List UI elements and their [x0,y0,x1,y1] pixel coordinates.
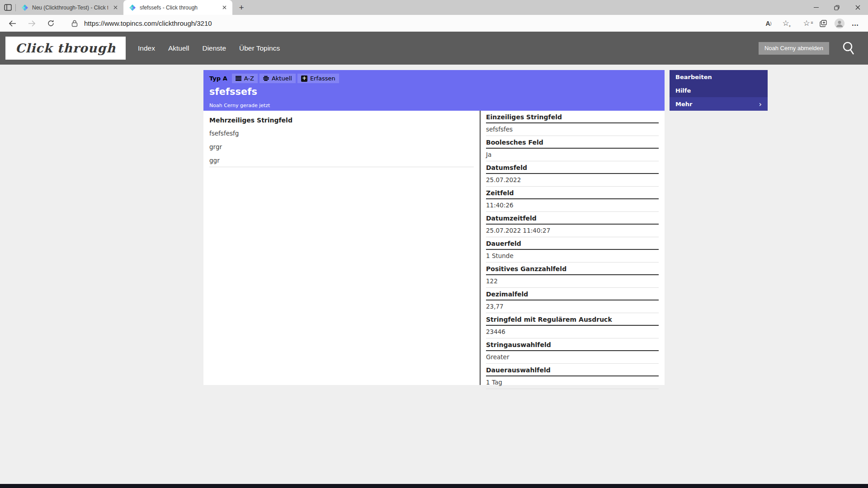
forward-icon [28,20,36,27]
field-row: Datumzeitfeld 25.07.2022 11:40:27 [486,212,659,237]
field-label: Zeitfeld [486,187,659,199]
field-label: Dauerauswahlfeld [486,364,659,376]
nav-link-dienste[interactable]: Dienste [202,44,226,52]
site-search-button[interactable] [840,40,856,56]
menu-item-hilfe[interactable]: Hilfe [670,84,768,97]
topic-header-panel: Typ A A-Z Aktuell + Erfassen sfefssefs N… [203,70,665,111]
field-label: Dauerfeld [486,237,659,250]
list-icon [236,76,241,81]
field-value: 25.07.2022 [486,174,659,187]
topic-type-label: Typ A [209,75,227,82]
nav-link-index[interactable]: Index [138,44,155,52]
add-favorite-button[interactable]: ☆+ [779,18,792,29]
profile-button[interactable] [835,19,844,28]
recent-lines-icon [263,76,269,81]
field-value: 1 Stunde [486,250,659,263]
field-row: Stringauswahlfeld Greater [486,338,659,364]
star-plus-icon: ☆+ [782,19,789,27]
window-restore-button[interactable] [826,0,847,15]
window-bottom-edge [0,484,868,488]
field-label: Einzeiliges Stringfeld [486,111,659,123]
action-menu: Bearbeiten Hilfe Mehr › [670,70,768,111]
lock-icon[interactable] [71,20,78,27]
page-title: sfefssefs [209,86,659,97]
refresh-button[interactable] [44,17,57,30]
aktuell-button[interactable]: Aktuell [259,74,296,83]
field-row: Dauerauswahlfeld 1 Tag [486,364,659,389]
topic-content: Mehrzeiliges Stringfeld fsefsfesfg grgr … [203,111,665,385]
refresh-icon [47,19,55,27]
az-button[interactable]: A-Z [232,74,258,83]
nav-link-ueber-topincs[interactable]: Über Topincs [239,44,280,52]
collections-icon [820,20,828,27]
field-row: Positives Ganzzahlfeld 122 [486,263,659,288]
field-label: Datumzeitfeld [486,212,659,225]
field-label: Boolesches Feld [486,136,659,149]
topic-byline: Noah Cerny gerade jetzt [209,103,659,108]
field-label: Dezimalfeld [486,288,659,300]
tab-close-icon[interactable] [112,4,119,11]
multiline-values: fsefsfesfg grgr ggr [209,130,474,167]
field-label: Stringauswahlfeld [486,338,659,351]
field-row: Boolesches Feld Ja [486,136,659,161]
new-tab-button[interactable]: + [235,1,248,14]
logout-button[interactable]: Noah Cerny abmelden [759,42,829,55]
forward-button[interactable] [25,17,38,30]
field-label: Positives Ganzzahlfeld [486,263,659,275]
favorites-icon: ☆≡ [803,19,810,27]
field-row: Stringfeld mit Regulärem Ausdruck 23446 [486,313,659,338]
window-close-button[interactable] [847,0,868,15]
address-bar-actions: A) ☆+ ☆≡ … [762,18,862,29]
read-aloud-icon: A [765,20,770,27]
field-value: 25.07.2022 11:40:27 [486,225,659,237]
site-favicon-icon [129,4,136,11]
field-label: Mehrzeiliges Stringfeld [209,117,474,124]
tab-close-icon[interactable] [221,4,228,11]
tab-title: Neu (Clickthrough-Test) - Click th [32,5,108,11]
tab-title: sfefssefs - Click through [140,5,217,11]
window-minimize-button[interactable] [806,0,826,15]
browser-tab-inactive[interactable]: Neu (Clickthrough-Test) - Click th [16,0,123,15]
ellipsis-icon: … [852,19,859,28]
field-value: grgr [209,143,474,151]
menu-item-mehr[interactable]: Mehr › [670,97,768,111]
site-logo-text: Click through [15,41,116,55]
field-value: Greater [486,351,659,364]
favorites-bar-button[interactable]: ☆≡ [800,18,813,29]
browser-address-bar: https://www.topincs.com/clickthrough/321… [0,15,868,32]
plus-icon: + [239,3,244,13]
field-row: Zeitfeld 11:40:26 [486,187,659,212]
avatar-icon [835,19,844,28]
field-value: 122 [486,275,659,288]
menu-item-bearbeiten[interactable]: Bearbeiten [670,70,768,84]
minimize-icon [814,7,819,8]
tab-actions-icon [4,4,12,11]
field-value: sefsfsfes [486,123,659,136]
site-logo[interactable]: Click through [5,37,126,60]
plus-square-icon: + [301,75,307,82]
tab-actions-button[interactable] [0,0,15,15]
site-nav: Index Aktuell Dienste Über Topincs [138,44,280,52]
field-row: Datumsfeld 25.07.2022 [486,161,659,187]
window-controls [806,0,868,15]
browser-tab-active[interactable]: sfefssefs - Click through [123,0,232,15]
field-value: 23446 [486,326,659,338]
field-value: 1 Tag [486,376,659,389]
url-field[interactable]: https://www.topincs.com/clickthrough/321… [71,19,762,27]
field-row: Einzeiliges Stringfeld sefsfsfes [486,111,659,136]
field-value: 23,77 [486,300,659,313]
nav-link-aktuell[interactable]: Aktuell [168,44,189,52]
multiline-field-column: Mehrzeiliges Stringfeld fsefsfesfg grgr … [203,111,480,385]
restore-icon [834,5,840,10]
settings-menu-button[interactable]: … [849,18,862,29]
read-aloud-wave-icon: ) [770,21,772,26]
collections-button[interactable] [817,18,830,29]
erfassen-button[interactable]: + Erfassen [297,74,339,83]
field-value: fsefsfesfg [209,130,474,137]
field-row: Dezimalfeld 23,77 [486,288,659,313]
url-text[interactable]: https://www.topincs.com/clickthrough/321… [84,19,212,27]
back-icon [9,20,17,27]
read-aloud-button[interactable]: A) [762,18,775,29]
fields-column: Einzeiliges Stringfeld sefsfsfes Boolesc… [486,111,659,389]
back-button[interactable] [6,17,19,30]
